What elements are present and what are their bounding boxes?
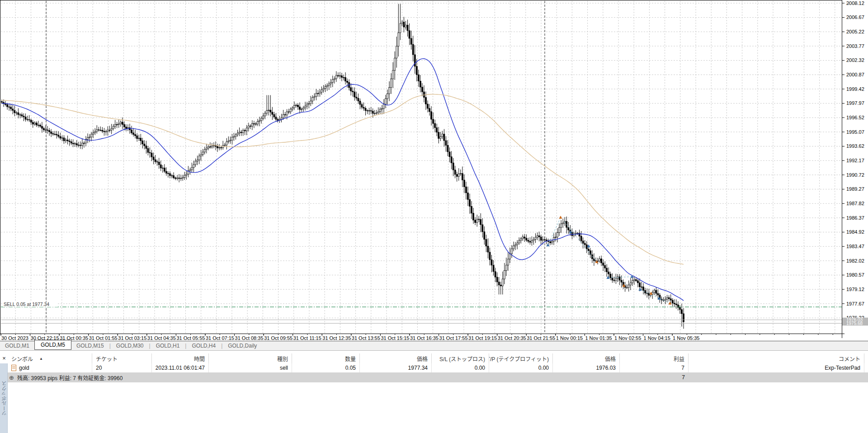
table-cell: 7 <box>620 363 689 372</box>
column-header-label: 数量 <box>345 355 356 362</box>
table-cell-value: 20 <box>96 365 102 371</box>
column-header-label: 利益 <box>674 355 684 362</box>
time-tick-label: 31 Oct 09:55 <box>264 335 292 341</box>
table-cell: 20 <box>92 363 152 372</box>
time-tick-label: 31 Oct 07:15 <box>206 335 234 341</box>
price-tick-label: 2003.77 <box>846 43 864 49</box>
price-tick-label: 1990.72 <box>846 172 864 178</box>
position-label: SELL 0.05 at 1977.34 <box>4 301 49 307</box>
price-tick-label: 1979.12 <box>846 287 864 292</box>
time-tick-label: 30 Oct 2023 <box>1 335 28 341</box>
chart-tab-gold-h4[interactable]: GOLD,H4 <box>187 342 221 350</box>
chart-tab-gold-m1[interactable]: GOLD,M1 <box>0 342 34 350</box>
time-tick-label: 31 Oct 08:35 <box>235 335 264 341</box>
column-header-label: T/P (テイクプロフィット) <box>489 355 549 362</box>
account-summary-row: ⊕ 残高: 39953 pips 利益: 7 有効証拠金: 39960 7 <box>8 372 868 382</box>
symbol-icon <box>11 365 16 371</box>
chart-tab-bar: GOLD,M1GOLD,M5GOLD,M15|GOLD,M30|GOLD,H1|… <box>0 341 868 351</box>
column-header-label: 価格 <box>605 355 616 362</box>
price-tick-label: 1982.02 <box>846 258 864 264</box>
column-header[interactable]: 価格 <box>553 353 620 363</box>
column-header[interactable]: コメント <box>689 353 864 363</box>
expand-icon[interactable]: ⊕ <box>9 374 14 381</box>
time-tick-label: 31 Oct 01:55 <box>89 335 118 341</box>
column-header[interactable]: 価格 <box>360 353 432 363</box>
time-tick-label: 1 Nov 02:55 <box>614 335 641 341</box>
trade-table-header: シンボル▲チケット時間種別数量価格S/L (ストップロス)T/P (テイクプロフ… <box>0 353 868 363</box>
table-cell: 0.00 <box>432 363 489 372</box>
table-cell-value: gold <box>19 365 29 371</box>
column-header-label: 時間 <box>194 355 205 362</box>
column-header[interactable]: 種別 <box>209 353 292 363</box>
tabs-scroll-right-icon[interactable]: ► <box>855 1 864 6</box>
time-tick-label: 1 Nov 05:35 <box>673 335 699 341</box>
price-tick-label: 1993.62 <box>846 143 864 149</box>
toolbox-side-tab[interactable]: ツールボックス <box>0 363 8 433</box>
ask-price-label: 1975.68 <box>846 321 863 326</box>
price-tick-label: 1977.67 <box>846 301 864 306</box>
price-tick-label: 1989.27 <box>846 186 864 192</box>
time-tick-label: 1 Nov 00:15 <box>556 335 583 341</box>
price-tick-label: 1983.47 <box>846 244 864 249</box>
time-tick-label: 31 Oct 03:15 <box>118 335 146 341</box>
price-chart[interactable]: SELL 0.05 at 1977.342008.122006.672005.2… <box>0 0 868 341</box>
price-tick-label: 1995.07 <box>846 129 864 135</box>
chart-tab-gold-m5[interactable]: GOLD,M5 <box>34 340 71 350</box>
column-header[interactable]: T/P (テイクプロフィット) <box>489 353 553 363</box>
summary-profit-value: 7 <box>620 374 685 381</box>
table-cell: 1976.03 <box>553 363 620 372</box>
table-cell-value: 0.00 <box>475 365 485 371</box>
chart-panel[interactable]: SELL 0.05 at 1977.342008.122006.672005.2… <box>0 0 868 341</box>
column-header-label: シンボル <box>11 355 33 362</box>
column-header[interactable]: シンボル▲ <box>8 353 92 363</box>
column-header[interactable]: S/L (ストップロス) <box>432 353 489 363</box>
table-cell: 0.05 <box>292 363 360 372</box>
time-tick-label: 31 Oct 05:55 <box>176 335 205 341</box>
chart-tab-gold-m15[interactable]: GOLD,M15 <box>71 342 109 350</box>
sort-asc-icon: ▲ <box>39 357 43 361</box>
column-header[interactable]: 時間 <box>152 353 209 363</box>
price-tick-label: 2002.32 <box>846 57 864 63</box>
price-tick-label: 1999.42 <box>846 86 864 92</box>
column-header[interactable]: 利益 <box>620 353 689 363</box>
price-tick-label: 2005.22 <box>846 29 864 34</box>
chart-tab-gold-daily[interactable]: GOLD,Daily <box>223 342 262 350</box>
table-cell-value: 0.00 <box>538 365 549 371</box>
chart-background <box>0 0 868 341</box>
account-summary-text: 残高: 39953 pips 利益: 7 有効証拠金: 39960 <box>17 374 123 381</box>
column-header[interactable]: 数量 <box>292 353 360 363</box>
time-tick-label: 31 Oct 11:15 <box>293 335 321 341</box>
chart-tab-gold-m30[interactable]: GOLD,M30 <box>111 342 149 350</box>
price-tick-label: 1987.82 <box>846 201 864 206</box>
table-cell: 0.00 <box>489 363 553 372</box>
chart-tabs-scroll: ◄► <box>845 1 864 6</box>
tabs-scroll-left-icon[interactable]: ◄ <box>845 1 855 6</box>
time-tick-label: 31 Oct 15:15 <box>381 335 409 341</box>
toolbox-side-tab-label: ツールボックス <box>1 381 8 416</box>
time-tick-label: 31 Oct 17:55 <box>439 335 468 341</box>
column-header-label: コメント <box>839 355 860 362</box>
price-tick-label: 1997.97 <box>846 100 864 106</box>
table-cell: gold <box>8 363 92 372</box>
table-cell-value: sell <box>280 365 288 371</box>
time-tick-label: 1 Nov 01:35 <box>585 335 612 341</box>
price-tick-label: 1992.17 <box>846 158 864 163</box>
chart-tab-gold-h1[interactable]: GOLD,H1 <box>151 342 185 350</box>
trade-table-row[interactable]: gold202023.11.01 06:01:47sell0.051977.34… <box>0 363 868 372</box>
column-header-label: チケット <box>96 355 118 362</box>
mt5-tester-window: SELL 0.05 at 1977.342008.122006.672005.2… <box>0 0 868 433</box>
table-cell: 1977.34 <box>360 363 432 372</box>
table-cell: sell <box>209 363 292 372</box>
time-tick-label: 31 Oct 20:35 <box>498 335 526 341</box>
time-tick-label: 31 Oct 13:55 <box>352 335 380 341</box>
column-header[interactable]: チケット <box>92 353 152 363</box>
table-cell-value: 2023.11.01 06:01:47 <box>156 365 205 371</box>
price-tick-label: 2000.87 <box>846 72 864 77</box>
price-tick-label: 1984.92 <box>846 229 864 235</box>
toolbox-panel: × ツールボックス シンボル▲チケット時間種別数量価格S/L (ストップロス)T… <box>0 351 868 433</box>
table-cell-value: 1976.03 <box>596 365 616 371</box>
price-tick-label: 1996.52 <box>846 115 864 120</box>
column-header-label: 種別 <box>277 355 288 362</box>
time-tick-label: 31 Oct 21:55 <box>527 335 555 341</box>
table-cell-value: 0.05 <box>345 365 356 371</box>
